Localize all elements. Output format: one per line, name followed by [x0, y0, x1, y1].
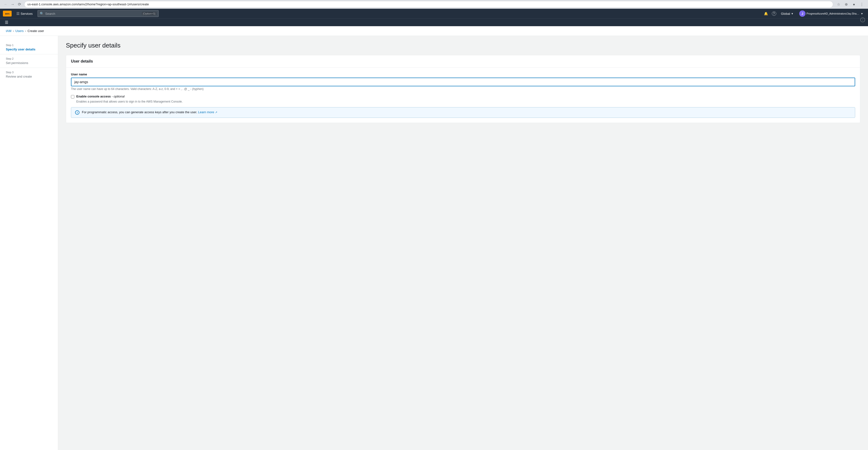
chevron-down-icon: ▼	[791, 12, 794, 15]
content-area: Specify user details User details User n…	[58, 36, 868, 450]
services-label: Services	[21, 12, 33, 16]
info-circle-icon: i	[75, 110, 80, 115]
secondary-nav: ☰	[0, 19, 868, 26]
region-label: Global	[781, 12, 790, 16]
external-link-icon: ↗	[215, 111, 217, 114]
card-body: User name The user name can have up to 6…	[66, 68, 860, 123]
browser-profile-button[interactable]: ●	[850, 1, 857, 8]
user-details-card: User details User name The user name can…	[66, 55, 860, 123]
sidebar-step-3-number: Step 3	[6, 71, 52, 74]
browser-bookmark-button[interactable]: ☆	[835, 1, 842, 8]
aws-search-bar[interactable]: 🔍 [Option+S]	[37, 10, 159, 17]
info-icon: i	[860, 18, 865, 22]
sidebar: Step 1 Specify user details Step 2 Set p…	[0, 36, 58, 450]
browser-nav-buttons: ← → ⟳	[3, 1, 22, 7]
page-title: Specify user details	[66, 42, 860, 49]
main-layout: Step 1 Specify user details Step 2 Set p…	[0, 36, 868, 450]
grid-icon: ☷	[17, 11, 20, 16]
topnav-right: 🔔 ? Global ▼ J ProgressAzureAD_Administr…	[763, 9, 865, 18]
notifications-button[interactable]: 🔔	[763, 11, 769, 17]
info-text: For programmatic access, you can generat…	[82, 110, 197, 114]
browser-actions: ☆ ⊕ ● ⋮	[835, 1, 865, 8]
breadcrumb-sep-1: ›	[13, 29, 14, 33]
sidebar-step-1[interactable]: Step 1 Specify user details	[0, 41, 58, 54]
console-access-label-main: Enable console access	[76, 94, 111, 98]
console-access-description: Enables a password that allows users to …	[76, 100, 855, 103]
breadcrumb: IAM › Users › Create user	[0, 26, 868, 36]
bell-icon: 🔔	[764, 11, 768, 16]
account-label: ProgressAzureAD_Administrators/Jay.Sharm…	[806, 12, 860, 15]
breadcrumb-users[interactable]: Users	[15, 29, 24, 33]
region-button[interactable]: Global ▼	[779, 11, 795, 17]
breadcrumb-iam[interactable]: IAM	[6, 29, 11, 33]
info-box-text: For programmatic access, you can generat…	[82, 110, 217, 114]
sidebar-step-2-number: Step 2	[6, 57, 52, 60]
help-button[interactable]: ?	[771, 10, 777, 17]
breadcrumb-current: Create user	[28, 29, 44, 33]
browser-refresh-button[interactable]: ⟳	[17, 1, 22, 7]
card-title: User details	[71, 59, 855, 63]
search-icon: 🔍	[40, 11, 44, 16]
page-layout: IAM › Users › Create user Step 1 Specify…	[0, 26, 868, 450]
sidebar-step-1-title: Specify user details	[6, 48, 52, 51]
console-access-row: Enable console access - optional	[71, 94, 855, 99]
browser-address-bar[interactable]: us-east-1.console.aws.amazon.com/iamv2/h…	[24, 1, 833, 8]
console-access-label: Enable console access - optional	[76, 94, 124, 98]
console-access-checkbox[interactable]	[71, 95, 74, 99]
sidebar-step-3[interactable]: Step 3 Review and create	[0, 68, 58, 81]
sidebar-step-3-title: Review and create	[6, 75, 52, 78]
aws-topnav: aws ☷ Services 🔍 [Option+S] 🔔 ? Global ▼…	[0, 9, 868, 19]
username-input[interactable]	[71, 78, 855, 86]
console-access-optional: - optional	[111, 94, 124, 98]
sidebar-step-2-title: Set permissions	[6, 61, 52, 65]
browser-extensions-button[interactable]: ⊕	[843, 1, 849, 8]
sidebar-step-2[interactable]: Step 2 Set permissions	[0, 54, 58, 68]
search-input[interactable]	[45, 12, 142, 16]
browser-forward-button[interactable]: →	[10, 1, 16, 7]
username-hint: The user name can have up to 64 characte…	[71, 87, 855, 91]
browser-back-button[interactable]: ←	[3, 1, 9, 7]
services-button[interactable]: ☷ Services	[14, 11, 35, 17]
hamburger-button[interactable]: ☰	[3, 19, 10, 26]
browser-chrome: ← → ⟳ us-east-1.console.aws.amazon.com/i…	[0, 0, 868, 9]
card-header: User details	[66, 55, 860, 68]
username-label: User name	[71, 73, 855, 76]
search-shortcut: [Option+S]	[142, 12, 156, 15]
browser-url: us-east-1.console.aws.amazon.com/iamv2/h…	[27, 2, 830, 6]
aws-logo-icon: aws	[3, 11, 11, 17]
account-button[interactable]: J ProgressAzureAD_Administrators/Jay.Sha…	[797, 9, 865, 18]
aws-logo[interactable]: aws	[3, 11, 11, 17]
page-info-button[interactable]: i	[860, 18, 865, 22]
learn-more-link[interactable]: Learn more ↗	[198, 110, 217, 114]
username-form-group: User name The user name can have up to 6…	[71, 73, 855, 91]
console-access-group: Enable console access - optional Enables…	[71, 94, 855, 103]
breadcrumb-sep-2: ›	[25, 29, 26, 33]
sidebar-step-1-number: Step 1	[6, 44, 52, 47]
programmatic-access-info: i For programmatic access, you can gener…	[71, 107, 855, 118]
help-icon: ?	[772, 11, 776, 16]
browser-menu-button[interactable]: ⋮	[858, 1, 865, 8]
avatar: J	[799, 10, 806, 17]
account-chevron-icon: ▼	[861, 12, 863, 15]
